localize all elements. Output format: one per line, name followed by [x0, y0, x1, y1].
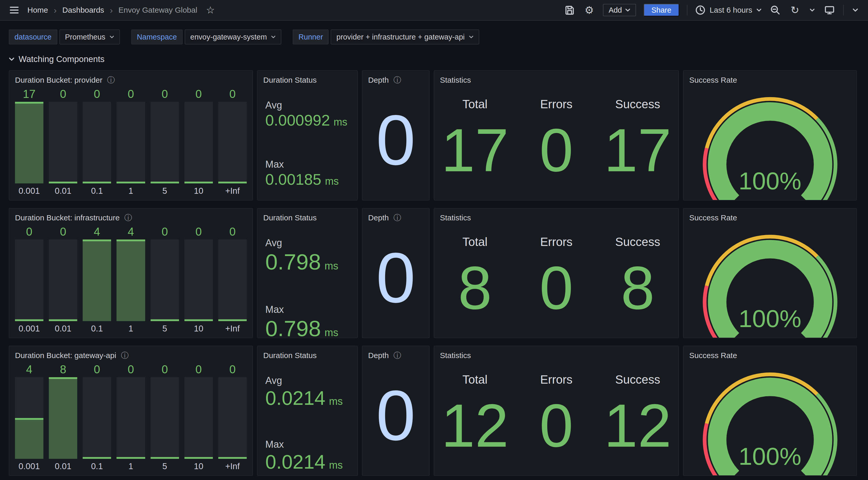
- refresh-icon[interactable]: ↻: [789, 4, 801, 16]
- stat-label: Total: [434, 97, 516, 111]
- avg-stat: Avg 0.000992ms: [265, 100, 349, 129]
- bar-gauge: 170.00100.0100.101050100+Inf: [9, 85, 252, 195]
- panel-header[interactable]: Duration Bucket: gateway-api ⓘ: [9, 346, 252, 361]
- panel-statistics: Statistics Total8Errors0Success8: [434, 208, 679, 338]
- bar-value-label: 0: [195, 87, 202, 100]
- panel-header[interactable]: Success Rate: [684, 71, 857, 85]
- panel-header[interactable]: Duration Bucket: provider ⓘ: [9, 71, 252, 85]
- menu-icon[interactable]: [9, 5, 20, 15]
- panel-success-rate: Success Rate 100%: [683, 208, 857, 338]
- bar-tick-label: 0.01: [55, 324, 71, 333]
- depth-stat: 0: [363, 362, 429, 468]
- info-icon[interactable]: ⓘ: [107, 76, 115, 84]
- avg-value: 0.0214: [265, 387, 325, 409]
- panel-header[interactable]: Depth ⓘ: [363, 346, 429, 361]
- depth-value: 0: [376, 380, 416, 451]
- panel-header[interactable]: Duration Status: [257, 208, 357, 223]
- bar-tick-label: 1: [128, 324, 133, 333]
- stat-label: Success: [597, 372, 678, 387]
- variable-value-dropdown[interactable]: envoy-gateway-system: [185, 29, 282, 44]
- bar-value-label: 4: [26, 362, 32, 375]
- info-icon[interactable]: ⓘ: [121, 352, 129, 359]
- panel-title: Success Rate: [689, 76, 737, 85]
- max-label: Max: [265, 304, 349, 315]
- depth-stat: 0: [363, 224, 429, 330]
- save-dashboard-icon[interactable]: [564, 4, 576, 16]
- avg-label: Avg: [265, 100, 349, 111]
- template-variables-bar: datasourcePrometheusNamespaceenvoy-gatew…: [0, 21, 868, 44]
- max-stat: Max 0.798ms: [265, 304, 349, 338]
- info-icon[interactable]: ⓘ: [394, 214, 401, 222]
- panel-header[interactable]: Depth ⓘ: [363, 71, 429, 85]
- breadcrumb-home[interactable]: Home: [27, 6, 48, 14]
- panel-title: Duration Status: [263, 213, 317, 222]
- bar-value-label: 0: [195, 224, 202, 237]
- panel-header[interactable]: Success Rate: [684, 208, 857, 223]
- bar-value-label: 0: [229, 224, 236, 237]
- favorite-star-icon[interactable]: ☆: [206, 5, 215, 15]
- zoom-out-time-icon[interactable]: [769, 4, 781, 16]
- gauge-value: 100%: [684, 305, 857, 333]
- breadcrumb-dashboards[interactable]: Dashboards: [62, 6, 104, 14]
- bar-column: 010: [184, 224, 213, 333]
- panel-title: Duration Status: [263, 76, 317, 85]
- panel-depth: Depth ⓘ 0: [362, 346, 430, 476]
- panel-title: Duration Bucket: infrastructure: [15, 213, 120, 222]
- bar-column: 0+Inf: [218, 87, 247, 195]
- panel-header[interactable]: Statistics: [434, 71, 678, 85]
- panel-header[interactable]: Success Rate: [684, 346, 857, 361]
- stat-label: Errors: [516, 235, 597, 249]
- panel-header[interactable]: Duration Status: [257, 71, 357, 85]
- info-icon[interactable]: ⓘ: [394, 352, 401, 359]
- bar-column: 05: [151, 362, 179, 471]
- bar-column: 01: [117, 87, 145, 195]
- variable-value-dropdown[interactable]: provider + infrastructure + gateway-api: [331, 29, 479, 44]
- panel-header[interactable]: Statistics: [434, 208, 678, 223]
- bar-column: 00.01: [49, 224, 77, 333]
- bar-value-label: 0: [229, 362, 236, 375]
- stat-column: Errors0: [516, 372, 597, 456]
- panel-title: Success Rate: [689, 213, 737, 222]
- panel-title: Statistics: [440, 76, 471, 85]
- bar-value-label: 8: [60, 362, 66, 375]
- section-collapse-chevron-icon: [9, 57, 14, 61]
- bar-tick-label: +Inf: [225, 324, 240, 333]
- bar-column: 170.001: [15, 87, 43, 195]
- stat-column: Total8: [434, 235, 516, 318]
- bar-tick-label: 0.1: [91, 462, 103, 471]
- panel-header[interactable]: Duration Status: [257, 346, 357, 361]
- bar-value-label: 0: [26, 224, 32, 237]
- variable-label: Runner: [293, 29, 329, 44]
- collapse-toolbar-chevron-icon[interactable]: [851, 4, 859, 16]
- row-section-header[interactable]: Watching Components: [0, 44, 868, 70]
- stat-value: 8: [597, 258, 678, 318]
- bar-value-label: 0: [161, 224, 168, 237]
- add-button[interactable]: Add: [603, 4, 636, 16]
- info-icon[interactable]: ⓘ: [394, 76, 401, 84]
- bar-tick-label: 0.01: [55, 462, 71, 471]
- panel-header[interactable]: Statistics: [434, 346, 678, 361]
- panel-header[interactable]: Duration Bucket: infrastructure ⓘ: [9, 208, 252, 223]
- panel-header[interactable]: Depth ⓘ: [363, 208, 429, 223]
- bar-column: 41: [117, 224, 145, 333]
- dashboard-grid: Duration Bucket: provider ⓘ 170.00100.01…: [9, 70, 859, 476]
- share-button[interactable]: Share: [644, 4, 679, 16]
- duration-stats: Avg 0.000992ms Max 0.00185ms: [257, 100, 357, 188]
- kiosk-mode-monitor-icon[interactable]: [824, 4, 835, 16]
- variable-value-dropdown[interactable]: Prometheus: [59, 29, 120, 44]
- bar-tick-label: 0.01: [55, 186, 71, 195]
- info-icon[interactable]: ⓘ: [124, 214, 132, 222]
- time-range-picker[interactable]: Last 6 hours: [695, 5, 762, 15]
- bar: [117, 102, 145, 183]
- stat-label: Success: [597, 97, 678, 111]
- max-unit: ms: [329, 459, 343, 471]
- dashboard-settings-gear-icon[interactable]: ⚙: [583, 4, 595, 16]
- panel-title: Depth: [368, 351, 389, 360]
- refresh-interval-chevron-icon[interactable]: [809, 4, 816, 16]
- bar-tick-label: 1: [128, 462, 133, 471]
- bar-tick-label: 5: [162, 324, 167, 333]
- bar: [15, 377, 43, 459]
- bar: [184, 239, 213, 321]
- stat-label: Total: [434, 372, 516, 387]
- chevron-down-icon: [110, 35, 114, 39]
